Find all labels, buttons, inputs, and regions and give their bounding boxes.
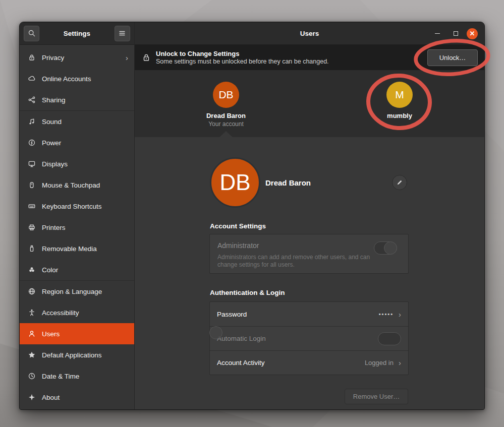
toggle-knob xyxy=(209,326,222,339)
clock-icon xyxy=(27,372,36,381)
password-value: ••••• xyxy=(379,311,394,317)
sidebar-item-label: Accessibility xyxy=(42,309,128,317)
sidebar-item-label: Power xyxy=(42,139,128,147)
share-icon xyxy=(27,96,36,104)
sidebar-item-label: Region & Language xyxy=(42,288,128,295)
sidebar-item-label: Sharing xyxy=(42,96,128,104)
account-activity-row[interactable]: Account Activity Logged in › xyxy=(210,350,408,375)
color-icon xyxy=(27,266,36,274)
sidebar-item-region-language[interactable]: Region & Language xyxy=(20,281,134,302)
maximize-icon xyxy=(454,31,458,36)
sidebar-item-removable-media[interactable]: Removable Media xyxy=(20,238,134,259)
cloud-icon xyxy=(27,75,36,83)
sidebar-item-printers[interactable]: Printers xyxy=(20,217,134,238)
administrator-toggle[interactable] xyxy=(374,241,397,255)
globe-icon xyxy=(27,287,36,296)
sidebar-item-label: Displays xyxy=(42,160,128,168)
avatar: M xyxy=(386,82,413,108)
users-icon xyxy=(27,330,36,338)
sidebar-item-accessibility[interactable]: Accessibility xyxy=(20,302,134,323)
minimize-button[interactable] xyxy=(435,22,440,45)
unlock-infobar: Unlock to Change Settings Some settings … xyxy=(135,45,484,70)
avatar: DB xyxy=(213,82,239,108)
administrator-description: Administrators can add and remove other … xyxy=(217,254,371,269)
sidebar-item-label: Printers xyxy=(42,224,128,231)
close-icon: ✕ xyxy=(467,28,478,39)
user-detail-pane: DB Dread Baron Account Settings Administ… xyxy=(135,137,484,409)
sidebar-item-label: Color xyxy=(42,266,128,274)
sidebar-item-users[interactable]: Users xyxy=(20,323,134,344)
printer-icon xyxy=(27,223,36,232)
sidebar-item-mouse-touchpad[interactable]: Mouse & Touchpad xyxy=(20,174,134,196)
sidebar-item-label: Sound xyxy=(42,118,128,126)
unlock-button[interactable]: Unlock… xyxy=(427,49,478,66)
sidebar-item-label: Date & Time xyxy=(42,373,128,380)
close-button[interactable]: ✕ xyxy=(467,22,478,45)
sidebar-item-color[interactable]: Color xyxy=(20,259,134,280)
titlebar: Users ✕ xyxy=(135,22,484,45)
settings-window: Settings Privacy › Online Accounts xyxy=(19,22,485,410)
sidebar: Settings Privacy › Online Accounts xyxy=(20,22,135,409)
sidebar-item-about[interactable]: About xyxy=(20,387,134,408)
edit-name-button[interactable] xyxy=(392,175,407,190)
toggle-knob xyxy=(384,241,397,255)
account-activity-label: Account Activity xyxy=(217,359,365,367)
sidebar-item-privacy[interactable]: Privacy › xyxy=(20,47,134,68)
section-header-account-settings: Account Settings xyxy=(210,222,266,230)
search-button[interactable] xyxy=(24,26,39,41)
sidebar-item-label: Keyboard Shortcuts xyxy=(42,203,128,210)
sidebar-item-online-accounts[interactable]: Online Accounts xyxy=(20,68,134,89)
maximize-button[interactable] xyxy=(454,22,458,45)
remove-user-button[interactable]: Remove User… xyxy=(345,389,408,404)
sidebar-item-displays[interactable]: Displays xyxy=(20,153,134,174)
password-label: Password xyxy=(217,311,379,318)
star-icon xyxy=(27,351,36,359)
sidebar-item-label: Removable Media xyxy=(42,245,128,253)
sidebar-item-sharing[interactable]: Sharing xyxy=(20,89,134,110)
users-panel: Users ✕ Unlock to Change Settings Some s… xyxy=(135,22,484,409)
sidebar-item-keyboard-shortcuts[interactable]: Keyboard Shortcuts xyxy=(20,196,134,217)
power-icon xyxy=(27,139,36,147)
sidebar-item-label: Mouse & Touchpad xyxy=(42,181,128,189)
automatic-login-toggle[interactable] xyxy=(378,332,401,345)
selected-user-pointer xyxy=(219,131,233,137)
user-carousel: DB Dread Baron Your account M mumbly xyxy=(135,70,484,137)
mouse-icon xyxy=(27,181,36,190)
desktop-background: Settings Privacy › Online Accounts xyxy=(0,0,504,427)
chevron-right-icon: › xyxy=(399,358,401,367)
pencil-icon xyxy=(396,179,403,186)
usb-drive-icon xyxy=(27,245,36,253)
sidebar-title: Settings xyxy=(64,30,90,37)
profile-avatar[interactable]: DB xyxy=(210,157,260,208)
sidebar-headerbar: Settings xyxy=(20,22,134,45)
carousel-user-mumbly[interactable]: M mumbly xyxy=(364,82,435,119)
chevron-right-icon: › xyxy=(399,310,401,319)
sidebar-item-label: Privacy xyxy=(42,54,126,62)
automatic-login-label: Automatic Login xyxy=(217,335,378,342)
sidebar-item-label: Default Applications xyxy=(42,351,128,359)
password-row[interactable]: Password ••••• › xyxy=(210,302,408,326)
accessibility-icon xyxy=(27,309,36,317)
administrator-label: Administrator xyxy=(217,241,259,250)
chevron-right-icon: › xyxy=(126,53,128,62)
sidebar-item-default-applications[interactable]: Default Applications xyxy=(20,344,134,365)
sidebar-item-label: About xyxy=(42,394,128,401)
search-icon xyxy=(28,29,36,37)
section-header-authentication: Authentication & Login xyxy=(210,289,285,296)
sidebar-item-sound[interactable]: Sound xyxy=(20,111,134,132)
automatic-login-row: Automatic Login xyxy=(210,326,408,350)
carousel-user-dread-baron[interactable]: DB Dread Baron Your account xyxy=(191,82,261,128)
window-title: Users xyxy=(300,30,319,37)
lock-icon xyxy=(27,53,36,62)
lock-icon xyxy=(142,53,151,62)
sidebar-item-power[interactable]: Power xyxy=(20,132,134,153)
sidebar-list: Privacy › Online Accounts Sharing Sound xyxy=(20,45,134,409)
hamburger-menu-icon xyxy=(118,29,126,37)
user-name: mumbly xyxy=(387,112,412,119)
unlock-infobar-text: Unlock to Change Settings Some settings … xyxy=(156,50,427,65)
primary-menu-button[interactable] xyxy=(115,26,130,41)
account-settings-card: Administrator Administrators can add and… xyxy=(209,234,409,274)
sidebar-item-date-time[interactable]: Date & Time xyxy=(20,365,134,387)
speaker-icon xyxy=(27,117,36,126)
account-activity-value: Logged in xyxy=(365,359,394,367)
